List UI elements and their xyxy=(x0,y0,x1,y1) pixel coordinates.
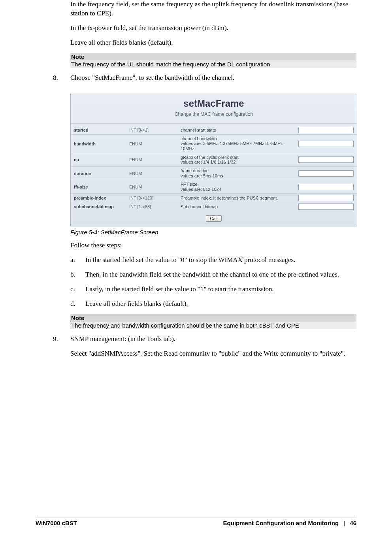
setmacframe-panel: setMacFrame Change the MAC frame configu… xyxy=(70,94,357,227)
item-number: 9. xyxy=(53,335,58,344)
panel-row-fft-size: fft-sizeENUMFFT size.values are: 512 102… xyxy=(71,180,357,194)
preamble-index-input[interactable] xyxy=(298,195,354,201)
panel-title: setMacFrame xyxy=(71,98,357,109)
step-letter: d. xyxy=(70,300,75,309)
step-d: d. Leave all other fields blanks (defaul… xyxy=(70,300,356,309)
step-text: In the started field set the value to "0… xyxy=(85,256,295,264)
row-type: ENUM xyxy=(129,171,181,176)
row-type: INT [1->63] xyxy=(129,204,181,209)
step-c: c. Lastly, in the started field set the … xyxy=(70,285,356,294)
row-name: duration xyxy=(74,171,129,176)
intro-paragraph-1: In the frequency field, set the same fre… xyxy=(70,0,356,18)
row-name: started xyxy=(74,128,129,132)
cp-input[interactable] xyxy=(298,156,354,163)
panel-footer: Call xyxy=(71,211,357,226)
figure-setmacframe: setMacFrame Change the MAC frame configu… xyxy=(70,94,356,227)
row-name: cp xyxy=(74,157,129,162)
started-input[interactable] xyxy=(298,127,354,133)
footer-separator: | xyxy=(343,520,345,526)
row-description: FFT size.values are: 512 1024 xyxy=(181,181,294,192)
item-text: Choose "SetMacFrame", to set the bandwid… xyxy=(70,74,234,81)
row-description: frame durationvalues are: 5ms 10ms xyxy=(181,168,294,179)
row-name: preamble-index xyxy=(74,196,129,200)
panel-row-subchannel-bitmap: subchannel-bitmapINT [1->63]Subchannel b… xyxy=(71,202,357,211)
row-name: subchannel-bitmap xyxy=(74,204,129,209)
panel-row-preamble-index: preamble-indexINT [0->113]Preamble index… xyxy=(71,194,357,202)
subchannel-bitmap-input[interactable] xyxy=(298,204,354,210)
note-title: Note xyxy=(70,314,356,322)
list-item-9: 9. SNMP management: (in the Tools tab). xyxy=(70,335,356,344)
footer-section: Equipment Configuration and Monitoring xyxy=(223,520,339,526)
bandwidth-input[interactable] xyxy=(298,141,354,147)
step-text: Leave all other fields blanks (default). xyxy=(85,300,188,307)
row-input-cell xyxy=(294,184,354,190)
row-input-cell xyxy=(294,195,354,201)
row-input-cell xyxy=(294,156,354,163)
intro-paragraph-2: In the tx-power field, set the transmiss… xyxy=(70,24,356,33)
row-name: fft-size xyxy=(74,185,129,189)
row-description: Subchannel bitmap xyxy=(181,204,294,210)
note-body: The frequency and bandwidth configuratio… xyxy=(70,322,356,329)
footer-page-number: 46 xyxy=(350,520,356,526)
note-body: The frequency of the UL should match the… xyxy=(70,60,356,68)
row-type: ENUM xyxy=(129,141,181,146)
duration-input[interactable] xyxy=(298,170,354,177)
row-type: ENUM xyxy=(129,185,181,189)
intro-paragraph-3: Leave all other fields blanks (default). xyxy=(70,38,356,47)
row-type: ENUM xyxy=(129,157,181,162)
call-button[interactable]: Call xyxy=(206,215,222,222)
fft-size-input[interactable] xyxy=(298,184,354,190)
follow-steps-heading: Follow these steps: xyxy=(70,241,356,250)
page-footer: WiN7000 cBST Equipment Configuration and… xyxy=(36,518,356,526)
note-box-1: Note The frequency of the UL should matc… xyxy=(70,53,356,68)
panel-header: setMacFrame Change the MAC frame configu… xyxy=(71,94,357,124)
step-letter: b. xyxy=(70,270,75,279)
row-type: INT [0->113] xyxy=(129,196,181,200)
step-text: Lastly, in the started field set the val… xyxy=(85,285,274,293)
item9-paragraph: Select "addSNMPAccess". Set the Read com… xyxy=(70,349,356,358)
row-input-cell xyxy=(294,127,354,133)
row-type: INT [0->1] xyxy=(129,128,181,132)
row-description: channel start state xyxy=(181,127,294,134)
row-input-cell xyxy=(294,204,354,210)
item-number: 8. xyxy=(53,74,58,83)
step-letter: a. xyxy=(70,256,75,265)
row-description: Preamble index. It determines the PUSC s… xyxy=(181,195,294,202)
footer-left: WiN7000 cBST xyxy=(36,520,77,526)
row-input-cell xyxy=(294,141,354,147)
row-input-cell xyxy=(294,170,354,177)
step-b: b. Then, in the bandwidth field set the … xyxy=(70,270,356,279)
note-box-2: Note The frequency and bandwidth configu… xyxy=(70,314,356,329)
panel-row-bandwidth: bandwidthENUMchannel bandwidthvalues are… xyxy=(71,135,357,153)
footer-right: Equipment Configuration and Monitoring |… xyxy=(223,520,356,526)
panel-row-started: startedINT [0->1]channel start state xyxy=(71,126,357,135)
panel-row-cp: cpENUMgRatio of the cyclic prefix startv… xyxy=(71,153,357,167)
step-a: a. In the started field set the value to… xyxy=(70,256,356,265)
panel-rows: startedINT [0->1]channel start stateband… xyxy=(71,124,357,211)
row-description: gRatio of the cyclic prefix startvalues … xyxy=(181,154,294,166)
note-title: Note xyxy=(70,53,356,60)
panel-row-duration: durationENUMframe durationvalues are: 5m… xyxy=(71,167,357,180)
step-text: Then, in the bandwidth field set the ban… xyxy=(85,271,339,278)
step-letter: c. xyxy=(70,285,75,294)
panel-subtitle: Change the MAC frame configuration xyxy=(71,111,357,117)
step-list: a. In the started field set the value to… xyxy=(70,256,356,309)
row-name: bandwidth xyxy=(74,141,129,146)
item-text: SNMP management: (in the Tools tab). xyxy=(70,335,175,343)
row-description: channel bandwidthvalues are: 3.5MHz 4.37… xyxy=(181,136,294,152)
figure-caption: Figure 5-4: SetMacFrame Screen xyxy=(70,229,356,236)
list-item-8: 8. Choose "SetMacFrame", to set the band… xyxy=(70,74,356,83)
